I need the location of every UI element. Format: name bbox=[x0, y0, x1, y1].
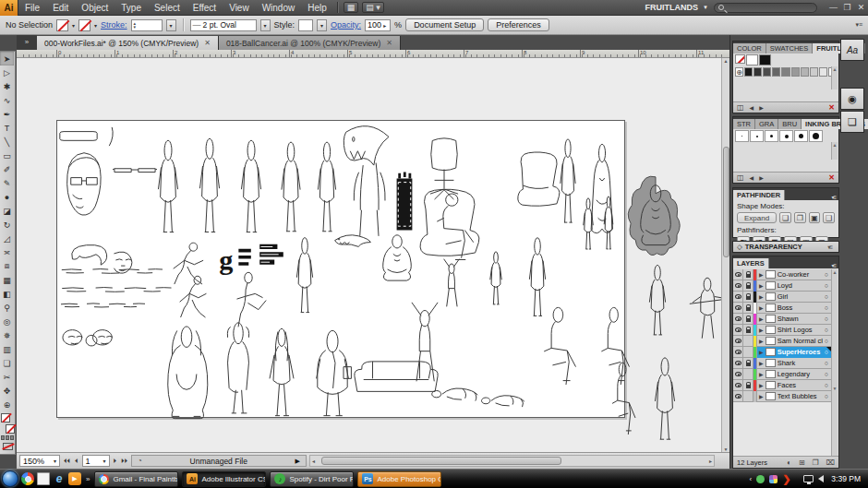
layer-name-area[interactable]: ▶Text Bubbles○ bbox=[757, 391, 831, 402]
quicklaunch-overflow-icon[interactable]: » bbox=[84, 475, 91, 483]
swatch[interactable] bbox=[763, 67, 771, 77]
network-icon[interactable] bbox=[803, 475, 814, 482]
layer-row-superheroes[interactable]: ▶SuperHeroes○ bbox=[733, 347, 831, 358]
next-page-button[interactable]: ⏵ bbox=[113, 458, 118, 465]
search-input[interactable] bbox=[714, 3, 817, 13]
disclosure-triangle-icon[interactable]: ▶ bbox=[759, 382, 764, 388]
width-profile-dropdown[interactable]: —2 pt. Oval bbox=[190, 19, 257, 31]
start-button[interactable] bbox=[2, 470, 18, 487]
transparency-panel-header[interactable]: ◇ TRANSPARENCY ▾≡ bbox=[732, 241, 839, 253]
bridge-icon[interactable]: ▦ bbox=[344, 2, 359, 13]
stroke-color-swatch[interactable] bbox=[78, 19, 90, 31]
width-profile-arrow[interactable]: ▾ bbox=[260, 19, 271, 31]
zoom-level-dropdown[interactable]: 150%▾ bbox=[19, 455, 60, 467]
menu-object[interactable]: Object bbox=[75, 0, 115, 16]
layer-target-icon[interactable]: ○ bbox=[825, 315, 829, 322]
screen-mode-button[interactable] bbox=[3, 443, 13, 450]
tab-pathfinder[interactable]: PATHFINDER bbox=[733, 190, 785, 200]
sketch-darkbuddha[interactable] bbox=[628, 176, 680, 255]
lock-toggle[interactable] bbox=[743, 369, 753, 380]
lock-toggle[interactable] bbox=[743, 280, 753, 292]
layer-row-co-worker[interactable]: ▶Co-worker○ bbox=[733, 269, 831, 280]
brush-swatch[interactable] bbox=[735, 130, 749, 142]
document-setup-button[interactable]: Document Setup bbox=[405, 18, 484, 31]
swatch[interactable] bbox=[772, 67, 780, 77]
swatch[interactable] bbox=[744, 67, 753, 77]
disclosure-triangle-icon[interactable]: ▶ bbox=[759, 293, 764, 300]
menu-select[interactable]: Select bbox=[148, 0, 187, 16]
photos-tray-icon[interactable] bbox=[769, 475, 778, 483]
visibility-toggle[interactable] bbox=[733, 269, 743, 280]
chrome-quicklaunch-icon[interactable] bbox=[21, 472, 34, 485]
layer-row-faces[interactable]: ▶Faces○ bbox=[733, 380, 831, 391]
new-sublayer-icon[interactable]: ⊞ bbox=[799, 458, 805, 467]
character-panel-icon[interactable]: Aa bbox=[840, 39, 864, 61]
visibility-toggle[interactable] bbox=[733, 303, 743, 314]
shape-mode-button-0[interactable]: ❏ bbox=[779, 212, 791, 223]
layer-target-icon[interactable]: ○ bbox=[825, 393, 829, 399]
pencil-tool[interactable]: ✎ bbox=[0, 176, 14, 190]
symbol-sprayer-tool[interactable]: ✵ bbox=[0, 328, 14, 342]
swatch-libraries-icon[interactable]: ◫ bbox=[737, 103, 744, 112]
layer-row-text-bubbles[interactable]: ▶Text Bubbles○ bbox=[733, 391, 831, 402]
shape-mode-button-3[interactable]: ❑ bbox=[823, 212, 835, 223]
arrange-documents-icon[interactable]: ▤ ▾ bbox=[362, 2, 384, 13]
new-layer-icon[interactable]: ❐ bbox=[813, 458, 819, 467]
taskbar-button-chrome[interactable]: Gmail - Final Paintb... bbox=[94, 471, 178, 487]
volume-icon[interactable] bbox=[818, 475, 824, 482]
panel-menu-icon[interactable]: ▾≡ bbox=[825, 244, 835, 250]
layer-row-loyd[interactable]: ▶Loyd○ bbox=[733, 280, 831, 292]
swatch[interactable] bbox=[801, 67, 809, 77]
tab-bru[interactable]: BRU bbox=[778, 119, 802, 129]
slice-tool[interactable]: ✂ bbox=[0, 370, 14, 384]
close-button[interactable]: ✕ bbox=[854, 0, 868, 16]
stroke-weight-dropdown[interactable]: ▾ bbox=[166, 19, 176, 31]
preferences-button[interactable]: Preferences bbox=[488, 18, 549, 31]
lock-toggle[interactable] bbox=[743, 303, 753, 314]
internet-explorer-icon[interactable]: e bbox=[53, 472, 66, 485]
file-status-menu[interactable]: ◔ Unmanaged File ▶ bbox=[131, 455, 307, 467]
workspace-switcher[interactable]: FRUITLANDS▼ bbox=[640, 3, 714, 12]
visibility-toggle[interactable] bbox=[733, 369, 743, 380]
mesh-tool[interactable]: ▦ bbox=[0, 273, 14, 287]
horizontal-scroll-thumb[interactable] bbox=[321, 457, 561, 465]
tab-overflow-icon[interactable]: » bbox=[17, 35, 37, 50]
eyedropper-tool[interactable]: ⚲ bbox=[0, 301, 14, 315]
layer-target-icon[interactable]: ○ bbox=[825, 282, 829, 289]
disclosure-triangle-icon[interactable]: ▶ bbox=[759, 371, 764, 377]
visibility-toggle[interactable] bbox=[733, 336, 743, 347]
layer-row-boss[interactable]: ▶Boss○ bbox=[733, 303, 831, 314]
lock-toggle[interactable] bbox=[743, 314, 753, 325]
tab-color[interactable]: COLOR bbox=[733, 43, 766, 54]
prev-page-button[interactable]: ⏴ bbox=[74, 458, 79, 465]
zoom-tool[interactable]: ⊕ bbox=[0, 398, 14, 411]
swatch[interactable] bbox=[791, 67, 800, 77]
artboard-tool[interactable]: ❏ bbox=[0, 356, 14, 370]
horizontal-scrollbar[interactable]: ◂▸ bbox=[309, 455, 715, 467]
type-tool[interactable]: T bbox=[0, 121, 14, 135]
delete-brush-icon[interactable]: ✕ bbox=[828, 173, 835, 182]
shape-mode-button-2[interactable]: ▣ bbox=[809, 212, 821, 223]
layer-target-icon[interactable]: ○ bbox=[825, 327, 829, 333]
panel-menu-icon[interactable]: ▾≡ bbox=[855, 21, 862, 29]
shape-mode-button-1[interactable]: ❐ bbox=[794, 212, 806, 223]
lock-toggle[interactable] bbox=[743, 336, 753, 347]
taskbar-button-ps[interactable]: PsAdobe Photoshop C... bbox=[357, 471, 441, 487]
panel-menu-icon[interactable]: ▾≡ bbox=[828, 262, 838, 268]
menu-file[interactable]: File bbox=[18, 0, 46, 16]
opacity-link[interactable]: Opacity: bbox=[331, 20, 361, 30]
layer-name-area[interactable]: ▶Shawn○ bbox=[757, 314, 831, 325]
last-page-button[interactable]: ⏵⏵ bbox=[120, 458, 128, 465]
graphic-styles-panel-icon[interactable]: ❏ bbox=[840, 111, 864, 133]
layer-name-area[interactable]: ▶Sam Normal clot...○ bbox=[757, 336, 831, 347]
swatch[interactable] bbox=[781, 67, 790, 77]
swatch[interactable] bbox=[759, 54, 771, 65]
opacity-field[interactable]: 100▸ bbox=[365, 19, 391, 31]
fill-none-swatch[interactable] bbox=[1, 413, 10, 423]
document-tab-0[interactable]: 000-WorkFiles.ai* @ 150% (CMYK/Preview)✕ bbox=[37, 36, 219, 50]
layer-row-girl[interactable]: ▶Girl○ bbox=[733, 292, 831, 303]
blend-tool[interactable]: ◎ bbox=[0, 315, 14, 328]
layer-name-area[interactable]: ▶Girl○ bbox=[757, 292, 831, 303]
layer-target-icon[interactable]: ○ bbox=[825, 371, 829, 377]
layer-name-area[interactable]: ▶SuperHeroes○ bbox=[757, 347, 831, 358]
